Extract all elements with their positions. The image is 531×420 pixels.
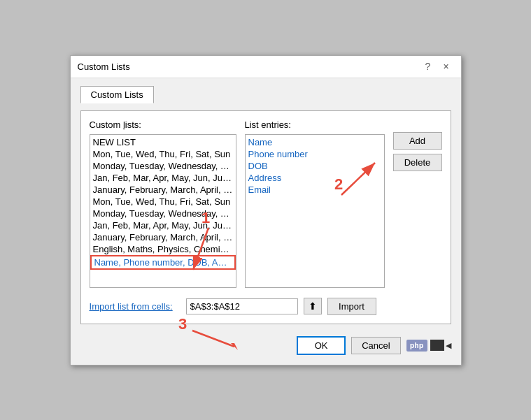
delete-button[interactable]: Delete — [393, 154, 442, 171]
php-badge-area: php ◀ — [406, 340, 451, 352]
add-button[interactable]: Add — [393, 132, 442, 150]
footer-area: 3 OK Cancel php ◀ — [80, 336, 451, 355]
list-item[interactable]: Monday, Tuesday, Wednesday, Thu — [90, 160, 236, 172]
import-cells-input[interactable] — [186, 298, 298, 314]
action-buttons-panel: Add Delete — [393, 132, 442, 171]
svg-marker-5 — [231, 343, 238, 350]
tab-custom-lists[interactable]: Custom Lists — [80, 86, 154, 103]
lists-section: Custom lists: NEW LIST Mon, Tue, Wed, Th… — [90, 120, 442, 288]
annotation-3-svg: 3 — [150, 315, 360, 357]
list-item[interactable]: January, February, March, April, Ma — [90, 231, 236, 243]
list-item[interactable]: Mon, Tue, Wed, Thu, Fri, Sat, Sun — [90, 196, 236, 208]
list-entries-box[interactable]: Name Phone number DOB Address Email — [245, 134, 385, 288]
svg-line-4 — [192, 331, 234, 347]
title-bar-right: ? × — [420, 59, 454, 74]
entry-item[interactable]: Email — [246, 184, 384, 196]
help-button[interactable]: ? — [420, 59, 436, 74]
php-badge: php — [406, 340, 427, 352]
upload-icon: ⬆ — [309, 300, 317, 312]
list-item-selected[interactable]: Name, Phone number, DOB, Addre — [90, 255, 236, 270]
list-item[interactable]: Monday, Tuesday, Wednesday, Thu — [90, 208, 236, 219]
list-entries-label: List entries: — [245, 120, 385, 130]
list-item[interactable]: Mon, Tue, Wed, Thu, Fri, Sat, Sun — [90, 148, 236, 160]
dialog-body: Custom Lists Custom lists: NEW LIST Mon,… — [71, 78, 461, 365]
list-item[interactable]: Jan, Feb, Mar, Apr, May, Jun, Jul, Au — [90, 172, 236, 184]
import-label: Import list from cells: — [90, 301, 180, 312]
list-entries-inner: Name Phone number DOB Address Email — [246, 135, 384, 287]
browse-button[interactable]: ⬆ — [304, 298, 322, 314]
entry-item[interactable]: Address — [246, 172, 384, 184]
list-entries-panel: List entries: Name Phone number DOB Addr… — [245, 120, 385, 288]
list-item[interactable]: English, Maths, Physics, Chemistry — [90, 243, 236, 255]
title-bar: Custom Lists ? × — [71, 56, 461, 78]
dialog-title: Custom Lists — [78, 61, 130, 72]
list-item[interactable]: January, February, March, April, Ma — [90, 184, 236, 196]
entry-item[interactable]: Phone number — [246, 148, 384, 160]
annotation-3: 3 — [178, 315, 187, 333]
import-row: Import list from cells: ⬆ Import — [90, 298, 442, 315]
php-bar-icon — [430, 340, 444, 351]
custom-lists-panel: Custom lists: NEW LIST Mon, Tue, Wed, Th… — [90, 120, 236, 288]
custom-lists-inner: NEW LIST Mon, Tue, Wed, Thu, Fri, Sat, S… — [90, 135, 236, 287]
custom-lists-label: Custom lists: — [90, 120, 236, 130]
custom-lists-box[interactable]: NEW LIST Mon, Tue, Wed, Thu, Fri, Sat, S… — [90, 134, 236, 288]
list-item[interactable]: NEW LIST — [90, 136, 236, 148]
mode-indicator: ◀ — [446, 341, 451, 350]
custom-lists-dialog: Custom Lists ? × Custom Lists Custom lis… — [70, 55, 462, 365]
title-bar-left: Custom Lists — [78, 61, 130, 72]
list-item[interactable]: Jan, Feb, Mar, Apr, May, Jun, Jul, Au — [90, 219, 236, 231]
close-button[interactable]: × — [439, 59, 454, 74]
import-button[interactable]: Import — [327, 298, 376, 315]
entry-item[interactable]: Name — [246, 136, 384, 148]
tab-strip: Custom Lists — [80, 85, 451, 103]
tab-content: Custom lists: NEW LIST Mon, Tue, Wed, Th… — [80, 110, 451, 324]
entry-item[interactable]: DOB — [246, 160, 384, 172]
